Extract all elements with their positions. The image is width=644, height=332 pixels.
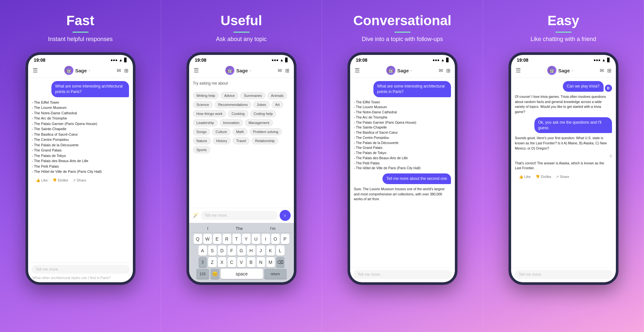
input-area-fast: Tell me more. What other architectural s… bbox=[28, 263, 133, 282]
key-l[interactable]: L bbox=[276, 245, 284, 256]
key-shift[interactable]: ⇧ bbox=[199, 257, 207, 267]
mail-icon-easy[interactable]: ✉ bbox=[600, 67, 604, 74]
send-button-useful[interactable]: › bbox=[280, 210, 291, 221]
suggestion-im[interactable]: I'm bbox=[270, 226, 275, 231]
key-e[interactable]: E bbox=[213, 234, 221, 244]
like-button-easy[interactable]: 👍 Like bbox=[519, 175, 531, 179]
key-x[interactable]: X bbox=[218, 257, 226, 267]
panel-fast-title: Fast bbox=[66, 13, 94, 28]
key-p[interactable]: P bbox=[281, 234, 289, 244]
chip-jokes[interactable]: Jokes bbox=[253, 101, 270, 108]
key-z[interactable]: Z bbox=[208, 257, 217, 267]
input-box-fast[interactable]: Tell me more. bbox=[31, 265, 130, 274]
key-m[interactable]: M bbox=[266, 257, 275, 267]
input-box-easy[interactable]: Tell me more. bbox=[514, 270, 613, 279]
copy-row-easy: ⎘ bbox=[515, 154, 612, 158]
status-time-useful: 19:08 bbox=[195, 57, 207, 63]
chip-summaries[interactable]: Summaries bbox=[240, 92, 265, 99]
key-b[interactable]: B bbox=[247, 257, 255, 267]
ai-bubble2-easy: Sounds good. Here's your first question:… bbox=[515, 136, 607, 151]
chip-recommendations[interactable]: Recommendations bbox=[215, 101, 252, 108]
chip-howthings[interactable]: How things work bbox=[193, 110, 226, 117]
chip-leadership[interactable]: Leadership bbox=[193, 119, 218, 126]
chip-math[interactable]: Math bbox=[232, 128, 247, 135]
chip-songs[interactable]: Songs bbox=[193, 128, 210, 135]
key-f[interactable]: F bbox=[228, 245, 236, 256]
suggestion-the[interactable]: The bbox=[236, 226, 243, 231]
suggestion-i[interactable]: I bbox=[207, 226, 209, 231]
status-bar-conv: 19:08 ●●● ▲ ▊ bbox=[350, 55, 455, 64]
menu-icon-easy[interactable]: ☰ bbox=[516, 67, 521, 74]
key-y[interactable]: Y bbox=[242, 234, 251, 244]
key-t[interactable]: T bbox=[232, 234, 241, 244]
grid-icon-easy[interactable]: ⊞ bbox=[607, 67, 611, 74]
like-button-fast[interactable]: 👍 Like bbox=[36, 178, 48, 182]
chip-advice[interactable]: Advice bbox=[220, 92, 238, 99]
grid-icon-fast[interactable]: ⊞ bbox=[124, 67, 128, 74]
chevron-icon-conv: › bbox=[411, 68, 412, 72]
key-o[interactable]: O bbox=[271, 234, 280, 244]
key-d[interactable]: D bbox=[218, 245, 226, 256]
wifi-icon-fast: ▲ bbox=[119, 58, 123, 62]
chip-art[interactable]: Art bbox=[272, 101, 283, 108]
sage-avatar-easy: 🤖 bbox=[547, 66, 556, 75]
chip-history[interactable]: History bbox=[213, 137, 231, 144]
key-k[interactable]: K bbox=[266, 245, 275, 256]
chip-travel[interactable]: Travel bbox=[233, 137, 250, 144]
chip-culture[interactable]: Culture bbox=[212, 128, 231, 135]
chip-sports[interactable]: Sports bbox=[193, 146, 210, 153]
chip-cooking[interactable]: Cooking bbox=[228, 110, 248, 117]
chip-nature[interactable]: Nature bbox=[193, 137, 211, 144]
grid-icon-useful[interactable]: ⊞ bbox=[285, 67, 289, 74]
reaction-bar-easy: 👍 Like 👎 Dislike ↗ Share bbox=[515, 173, 612, 180]
key-n[interactable]: N bbox=[257, 257, 265, 267]
dislike-button-fast[interactable]: 👎 Dislike bbox=[52, 178, 68, 182]
input-area-useful: 🪄 Tell me more. › bbox=[189, 208, 294, 223]
panel-conv-subtitle: Dive into a topic with follow-ups bbox=[362, 36, 443, 43]
mail-icon-useful[interactable]: ✉ bbox=[278, 67, 282, 74]
chip-writing[interactable]: Writing help bbox=[193, 92, 219, 99]
key-g[interactable]: G bbox=[237, 245, 246, 256]
grid-icon-conv[interactable]: ⊞ bbox=[446, 67, 450, 74]
key-space[interactable]: space bbox=[221, 269, 263, 279]
key-emoji[interactable]: 😊 bbox=[210, 269, 220, 279]
share-button-fast[interactable]: ↗ Share bbox=[73, 178, 86, 182]
key-j[interactable]: J bbox=[257, 245, 265, 256]
mail-icon-fast[interactable]: ✉ bbox=[117, 67, 121, 74]
chip-problem[interactable]: Problem solving bbox=[250, 128, 282, 135]
key-h[interactable]: H bbox=[247, 245, 255, 256]
key-c[interactable]: C bbox=[228, 257, 236, 267]
key-backspace[interactable]: ⌫ bbox=[276, 257, 284, 267]
key-w[interactable]: W bbox=[203, 234, 212, 244]
key-a[interactable]: A bbox=[199, 245, 207, 256]
key-u[interactable]: U bbox=[252, 234, 260, 244]
key-s[interactable]: S bbox=[208, 245, 217, 256]
menu-icon-useful[interactable]: ☰ bbox=[194, 67, 199, 74]
chip-innovation[interactable]: Innovation bbox=[220, 119, 243, 126]
dislike-button-easy[interactable]: 👎 Dislike bbox=[535, 175, 551, 179]
key-return[interactable]: return bbox=[264, 269, 287, 279]
chip-science[interactable]: Science bbox=[193, 101, 213, 108]
menu-icon-conv[interactable]: ☰ bbox=[355, 67, 360, 74]
ai-bubble1-easy: Of course! I love trivia games. Trivia o… bbox=[515, 94, 607, 115]
key-i[interactable]: I bbox=[262, 234, 270, 244]
mail-icon-conv[interactable]: ✉ bbox=[439, 67, 443, 74]
status-time-fast: 19:08 bbox=[34, 57, 46, 63]
chip-coding[interactable]: Coding help bbox=[250, 110, 276, 117]
input-box-conv[interactable]: Tell me more. bbox=[353, 270, 452, 279]
chip-animals[interactable]: Animals bbox=[267, 92, 287, 99]
key-q[interactable]: Q bbox=[194, 234, 202, 244]
input-field-useful[interactable]: Tell me more. bbox=[201, 211, 278, 220]
key-123[interactable]: 123 bbox=[196, 269, 209, 279]
mic-icon-useful[interactable]: 🪄 bbox=[192, 213, 199, 219]
key-r[interactable]: R bbox=[223, 234, 231, 244]
menu-icon-fast[interactable]: ☰ bbox=[33, 67, 38, 74]
key-v[interactable]: V bbox=[237, 257, 246, 267]
chip-management[interactable]: Management bbox=[245, 119, 273, 126]
share-button-easy[interactable]: ↗ Share bbox=[556, 175, 569, 179]
signal-icon-conv: ●●● bbox=[433, 58, 440, 62]
app-header-conv: ☰ 🤖 Sage › ✉ ⊞ bbox=[350, 64, 455, 78]
user-bubble-fast: What are some interesting architectural … bbox=[51, 81, 129, 97]
chip-relationship[interactable]: Relationship bbox=[252, 137, 278, 144]
input-area-easy: Tell me more. bbox=[511, 268, 616, 282]
